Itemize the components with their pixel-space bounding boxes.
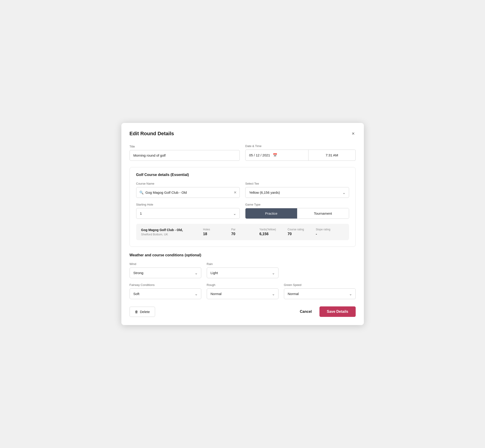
datetime-inputs: 05 / 12 / 2021 📅 7:31 AM bbox=[245, 150, 356, 161]
title-field-group: Title bbox=[129, 145, 240, 161]
rough-dropdown[interactable]: Normal bbox=[207, 288, 278, 299]
slope-rating-value: - bbox=[316, 232, 317, 236]
calendar-icon: 📅 bbox=[273, 153, 277, 157]
select-tee-wrap: Yellow (6,156 yards) ⌄ bbox=[245, 187, 349, 198]
datetime-label: Date & Time bbox=[245, 144, 356, 148]
rain-wrap: Light ⌄ bbox=[207, 267, 278, 278]
golf-course-section: Golf Course details (Essential) Course N… bbox=[129, 167, 356, 247]
datetime-field-group: Date & Time 05 / 12 / 2021 📅 7:31 AM bbox=[245, 144, 356, 161]
tournament-toggle-button[interactable]: Tournament bbox=[297, 208, 349, 218]
delete-label: Delete bbox=[140, 310, 150, 314]
course-info-name: Gog Magog Golf Club - Old, Shelford Bott… bbox=[141, 228, 203, 236]
modal-title: Edit Round Details bbox=[129, 131, 174, 136]
trash-icon: 🗑 bbox=[135, 310, 138, 314]
rough-label: Rough bbox=[207, 283, 278, 287]
yards-value: 6,156 bbox=[259, 232, 268, 236]
green-speed-label: Green Speed bbox=[284, 283, 356, 287]
fairway-rough-green-row: Fairway Conditions Soft ⌄ Rough Normal ⌄ bbox=[129, 283, 356, 299]
fairway-wrap: Soft ⌄ bbox=[129, 288, 201, 299]
course-info-name-text: Gog Magog Golf Club - Old, bbox=[141, 228, 203, 232]
wind-wrap: Strong ⌄ bbox=[129, 267, 201, 278]
course-name-label: Course Name bbox=[136, 182, 240, 185]
par-stat: Par 70 bbox=[231, 228, 259, 236]
green-speed-dropdown[interactable]: Normal bbox=[284, 288, 356, 299]
course-name-input[interactable] bbox=[136, 187, 240, 198]
rain-group: Rain Light ⌄ bbox=[207, 262, 278, 278]
slope-rating-stat: Slope rating - bbox=[316, 228, 344, 236]
course-rating-value: 70 bbox=[288, 232, 292, 236]
game-type-group: Game Type Practice Tournament bbox=[245, 203, 349, 219]
wind-group: Wind Strong ⌄ bbox=[129, 262, 201, 278]
fairway-dropdown[interactable]: Soft bbox=[129, 288, 201, 299]
green-speed-wrap: Normal ⌄ bbox=[284, 288, 356, 299]
date-value: 05 / 12 / 2021 bbox=[249, 153, 270, 157]
footer-right: Cancel Save Details bbox=[298, 306, 356, 317]
cancel-button[interactable]: Cancel bbox=[298, 307, 314, 317]
wind-rain-row: Wind Strong ⌄ Rain Light ⌄ bbox=[129, 262, 356, 278]
rain-dropdown[interactable]: Light bbox=[207, 267, 278, 278]
holes-stat: Holes 18 bbox=[203, 228, 231, 236]
time-value: 7:31 AM bbox=[326, 153, 338, 157]
date-input[interactable]: 05 / 12 / 2021 📅 bbox=[245, 150, 308, 161]
clear-course-icon[interactable]: ✕ bbox=[234, 190, 237, 195]
course-info-location: Shelford Bottom, UK bbox=[141, 233, 203, 236]
title-input[interactable] bbox=[129, 150, 240, 161]
yards-stat: Yards(Yellow) 6,156 bbox=[259, 228, 288, 236]
course-input-wrap: 🔍 ✕ bbox=[136, 187, 240, 198]
select-tee-dropdown[interactable]: Yellow (6,156 yards) bbox=[245, 187, 349, 198]
modal-footer: 🗑 Delete Cancel Save Details bbox=[129, 306, 356, 317]
rough-wrap: Normal ⌄ bbox=[207, 288, 278, 299]
holes-value: 18 bbox=[203, 232, 207, 236]
practice-toggle-button[interactable]: Practice bbox=[245, 208, 297, 218]
rough-group: Rough Normal ⌄ bbox=[207, 283, 278, 299]
starting-hole-wrap: 1 ⌄ bbox=[136, 208, 240, 219]
yards-label: Yards(Yellow) bbox=[259, 228, 276, 231]
modal-header: Edit Round Details × bbox=[129, 130, 356, 137]
slope-rating-label: Slope rating bbox=[316, 228, 330, 231]
time-input[interactable]: 7:31 AM bbox=[308, 150, 356, 161]
course-rating-stat: Course rating 70 bbox=[288, 228, 316, 236]
par-value: 70 bbox=[231, 232, 235, 236]
edit-round-modal: Edit Round Details × Title Date & Time 0… bbox=[121, 123, 364, 325]
delete-button[interactable]: 🗑 Delete bbox=[129, 307, 155, 317]
fairway-group: Fairway Conditions Soft ⌄ bbox=[129, 283, 201, 299]
conditions-section: Weather and course conditions (optional)… bbox=[129, 253, 356, 299]
course-info-row: Gog Magog Golf Club - Old, Shelford Bott… bbox=[136, 224, 349, 240]
save-button[interactable]: Save Details bbox=[319, 306, 356, 317]
conditions-title: Weather and course conditions (optional) bbox=[129, 253, 356, 257]
close-button[interactable]: × bbox=[351, 130, 356, 137]
wind-dropdown[interactable]: Strong bbox=[129, 267, 201, 278]
game-type-label: Game Type bbox=[245, 203, 349, 206]
rain-label: Rain bbox=[207, 262, 278, 266]
starting-hole-dropdown[interactable]: 1 bbox=[136, 208, 240, 219]
top-fields: Title Date & Time 05 / 12 / 2021 📅 7:31 … bbox=[129, 144, 356, 161]
hole-gametype-row: Starting Hole 1 ⌄ Game Type Practice Tou… bbox=[136, 203, 349, 219]
game-type-toggle: Practice Tournament bbox=[245, 208, 349, 219]
title-label: Title bbox=[129, 145, 240, 148]
select-tee-group: Select Tee Yellow (6,156 yards) ⌄ bbox=[245, 182, 349, 198]
search-icon: 🔍 bbox=[139, 191, 144, 195]
select-tee-label: Select Tee bbox=[245, 182, 349, 185]
starting-hole-group: Starting Hole 1 ⌄ bbox=[136, 203, 240, 219]
course-tee-row: Course Name 🔍 ✕ Select Tee Yellow (6,156… bbox=[136, 182, 349, 198]
green-speed-group: Green Speed Normal ⌄ bbox=[284, 283, 356, 299]
golf-section-title: Golf Course details (Essential) bbox=[136, 173, 349, 177]
course-rating-label: Course rating bbox=[288, 228, 304, 231]
fairway-label: Fairway Conditions bbox=[129, 283, 201, 287]
wind-label: Wind bbox=[129, 262, 201, 266]
course-name-group: Course Name 🔍 ✕ bbox=[136, 182, 240, 198]
par-label: Par bbox=[231, 228, 236, 231]
starting-hole-label: Starting Hole bbox=[136, 203, 240, 206]
holes-label: Holes bbox=[203, 228, 210, 231]
